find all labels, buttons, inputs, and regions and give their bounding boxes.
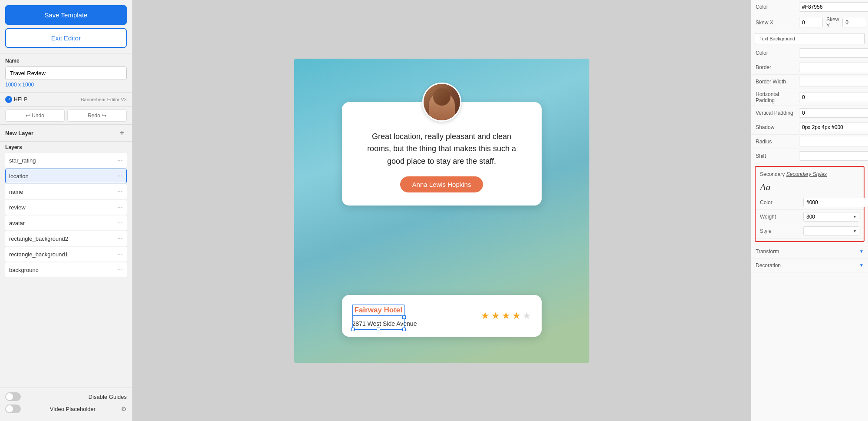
star-1: ★ <box>481 310 490 322</box>
layer-item-rectangle_background1[interactable]: rectangle_background1 ··· <box>5 247 127 262</box>
layer-dots-background[interactable]: ··· <box>117 266 123 274</box>
radius-input[interactable] <box>799 137 868 146</box>
help-bar: ? HELP Bannerbear Editor V3 <box>0 92 132 106</box>
radius-row: Radius <box>751 135 868 149</box>
layer-dots-location[interactable]: ··· <box>117 172 123 180</box>
style-select[interactable]: normal italic <box>803 226 859 236</box>
video-placeholder-row: Video Placeholder ⚙ <box>5 404 127 413</box>
right-sidebar: Color Skew X Skew Y Text Background Colo… <box>751 0 868 421</box>
tb-color-label: Color <box>756 50 799 56</box>
transform-row[interactable]: Transform ▼ <box>751 245 868 259</box>
undo-arrow-icon: ↩ <box>26 113 30 119</box>
gear-icon[interactable]: ⚙ <box>121 405 127 412</box>
undo-label: Undo <box>32 113 44 119</box>
redo-label: Redo <box>88 113 100 119</box>
undo-button[interactable]: ↩ Undo <box>5 109 65 122</box>
border-width-row: Border Width <box>751 75 868 89</box>
help-icon: ? <box>5 96 12 103</box>
v-padding-input[interactable] <box>799 108 868 118</box>
hotel-address: 2871 West Side Avenue <box>352 320 481 327</box>
weight-select[interactable]: 300 400 500 600 700 <box>803 212 859 222</box>
layer-dots-review[interactable]: ··· <box>117 203 123 211</box>
layers-title: Layers <box>5 144 127 150</box>
layer-dots-rect1[interactable]: ··· <box>117 250 123 258</box>
secondary-styles-section: Secondary Secondary Styles Aa Color Weig… <box>755 166 865 242</box>
name-label: Name <box>5 58 127 64</box>
skew-x-input[interactable] <box>799 18 823 27</box>
layer-dots-name[interactable]: ··· <box>117 188 123 196</box>
new-layer-bar: New Layer + <box>0 124 132 141</box>
decoration-row[interactable]: Decoration ▼ <box>751 259 868 272</box>
canvas-size: 1000 x 1000 <box>5 82 127 88</box>
layer-item-name[interactable]: name ··· <box>5 184 127 199</box>
h-padding-row: Horizontal Padding <box>751 89 868 106</box>
border-input[interactable] <box>799 63 868 72</box>
style-select-wrapper[interactable]: normal italic <box>803 226 859 236</box>
shadow-label: Shadow <box>756 124 799 130</box>
shadow-input[interactable] <box>799 123 868 132</box>
redo-button[interactable]: Redo ↪ <box>67 109 127 122</box>
layer-item-location[interactable]: location ··· <box>5 169 127 183</box>
name-section: Name 1000 x 1000 <box>0 53 132 92</box>
layer-item-review[interactable]: review ··· <box>5 200 127 215</box>
layer-dots-star_rating[interactable]: ··· <box>117 156 123 164</box>
layer-item-rectangle_background2[interactable]: rectangle_background2 ··· <box>5 231 127 246</box>
disable-guides-label: Disable Guides <box>89 394 127 400</box>
name-input[interactable] <box>5 66 127 80</box>
hotel-info: Fairway Hotel 2871 West Side Avenue <box>352 305 481 327</box>
new-layer-label: New Layer <box>5 130 33 136</box>
disable-guides-toggle[interactable] <box>5 392 21 401</box>
save-template-button[interactable]: Save Template <box>5 5 127 25</box>
color-input[interactable] <box>799 2 868 12</box>
avatar <box>422 83 461 122</box>
shift-label: Shift <box>756 153 799 159</box>
stars-rating: ★ ★ ★ ★ ★ <box>481 310 531 322</box>
tb-color-input[interactable] <box>799 48 868 58</box>
editor-version: Bannerbear Editor V3 <box>81 97 127 102</box>
tb-color-row: Color <box>751 46 868 60</box>
skew-y-input[interactable] <box>842 18 866 27</box>
add-layer-button[interactable]: + <box>117 128 127 138</box>
redo-arrow-icon: ↪ <box>102 113 106 119</box>
radius-label: Radius <box>756 139 799 145</box>
layer-dots-rect2[interactable]: ··· <box>117 235 123 242</box>
sec-color-row: Color <box>756 196 864 210</box>
layer-item-avatar[interactable]: avatar ··· <box>5 215 127 230</box>
v-padding-row: Vertical Padding <box>751 106 868 120</box>
h-padding-input[interactable] <box>799 93 868 102</box>
help-label: HELP <box>14 96 27 103</box>
v-padding-label: Vertical Padding <box>756 110 799 116</box>
transform-chevron-icon: ▼ <box>859 249 864 254</box>
help-button[interactable]: ? HELP <box>5 96 27 103</box>
hotel-name: Fairway Hotel <box>352 305 405 316</box>
text-background-section: Text Background <box>755 33 865 44</box>
sec-color-label: Color <box>760 199 803 206</box>
shadow-row: Shadow i <box>751 120 868 135</box>
canvas-image[interactable]: Great location, really pleasant and clea… <box>294 59 589 363</box>
layer-item-star_rating[interactable]: star_rating ··· <box>5 153 127 168</box>
skew-x-label: Skew X <box>756 20 799 26</box>
sec-color-input[interactable] <box>803 198 868 207</box>
border-width-input[interactable] <box>799 77 868 86</box>
decoration-chevron-icon: ▼ <box>859 263 864 268</box>
exit-editor-button[interactable]: Exit Editor <box>5 28 127 48</box>
weight-select-wrapper[interactable]: 300 400 500 600 700 <box>803 212 859 222</box>
color-label: Color <box>756 4 799 10</box>
video-placeholder-toggle[interactable] <box>5 404 21 413</box>
style-label: Style <box>760 228 803 234</box>
video-placeholder-label: Video Placeholder <box>50 406 95 412</box>
color-row: Color <box>751 0 868 14</box>
border-width-label: Border Width <box>756 79 799 85</box>
layer-item-background[interactable]: background ··· <box>5 262 127 277</box>
star-4: ★ <box>512 310 521 322</box>
review-card-bottom[interactable]: Fairway Hotel 2871 West Side Avenue ★ ★ … <box>342 295 542 337</box>
bottom-toggles: Disable Guides Video Placeholder ⚙ <box>0 388 132 421</box>
border-label: Border <box>756 64 799 70</box>
star-3: ★ <box>502 310 510 322</box>
review-card-top: Great location, really pleasant and clea… <box>342 102 542 206</box>
decoration-label: Decoration <box>756 262 859 269</box>
main-canvas: Great location, really pleasant and clea… <box>132 0 751 421</box>
disable-guides-row: Disable Guides <box>5 392 127 401</box>
shift-input[interactable] <box>799 151 868 161</box>
layer-dots-avatar[interactable]: ··· <box>117 219 123 227</box>
